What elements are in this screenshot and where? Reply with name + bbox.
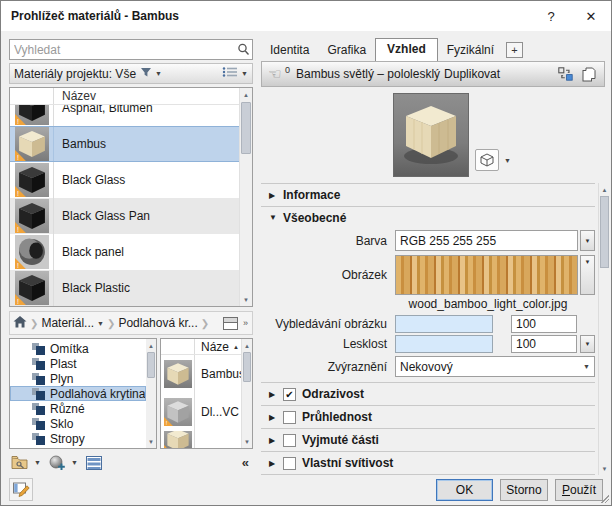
glossiness-slider[interactable]	[395, 335, 493, 353]
category-tree-item[interactable]: Různé	[10, 401, 146, 416]
cube-icon[interactable]	[475, 149, 499, 171]
toggle-section[interactable]: ▶ Vlastní svítivost	[261, 451, 595, 474]
scroll-up-icon[interactable]: ▲	[242, 339, 252, 352]
collapsed-arrow-icon[interactable]: ▶	[269, 413, 283, 422]
add-tab-button[interactable]: +	[506, 42, 523, 58]
panel-view-icon[interactable]	[223, 317, 238, 330]
collapsed-arrow-icon[interactable]: ▶	[269, 436, 283, 445]
material-list-scrollbar[interactable]: ▲ ▼	[239, 88, 252, 306]
help-button[interactable]: ?	[531, 2, 571, 31]
color-value-field[interactable]: RGB 255 255 255	[395, 230, 578, 251]
material-editor-toggle-button[interactable]	[9, 478, 33, 501]
apply-button[interactable]: Použít	[555, 479, 603, 501]
breadcrumb-overflow[interactable]: »	[243, 318, 247, 328]
tab-grafika[interactable]: Grafika	[318, 40, 375, 61]
filter-funnel-icon[interactable]	[140, 66, 152, 81]
cancel-button[interactable]: Storno	[500, 479, 548, 501]
highlights-select[interactable]: Nekovový ▼	[395, 356, 595, 377]
duplicate-asset-label[interactable]: Duplikovat	[444, 67, 500, 81]
home-icon[interactable]	[13, 316, 27, 331]
material-list-item[interactable]: ! Black Plastic	[10, 270, 239, 306]
section-checkbox[interactable]	[283, 457, 296, 470]
scroll-down-icon[interactable]: ▼	[599, 462, 610, 475]
scrollbar-thumb[interactable]	[600, 196, 609, 268]
library-menu-button[interactable]: ▼	[9, 454, 43, 471]
color-label: Barva	[261, 234, 395, 248]
search-input[interactable]	[10, 43, 234, 57]
filter-dropdown-icon[interactable]: ▼	[155, 70, 162, 77]
section-checkbox[interactable]	[283, 434, 296, 447]
tab-fyzikální[interactable]: Fyzikální	[438, 40, 503, 61]
wood-texture-swatch[interactable]	[395, 255, 578, 295]
category-tree-item[interactable]: Omítka	[10, 341, 146, 356]
scrollbar-thumb[interactable]	[241, 102, 251, 154]
replace-asset-icon[interactable]	[556, 66, 574, 82]
row-view-button[interactable]	[84, 455, 104, 471]
image-fade-value[interactable]: 100	[511, 315, 577, 333]
category-tree-item[interactable]: Plyn	[10, 371, 146, 386]
tree-scrollbar[interactable]: ▲ ▼	[146, 339, 156, 448]
scene-dropdown-icon[interactable]: ▼	[504, 157, 511, 164]
toggle-section[interactable]: ▶ ✔ Odrazivost	[261, 382, 595, 405]
preview-scene-button[interactable]: ▼	[475, 149, 511, 171]
scrollbar-thumb[interactable]	[243, 352, 251, 382]
ok-button[interactable]: OK	[436, 479, 493, 501]
library-list-item[interactable]: ! Dl...VC	[161, 393, 241, 431]
toggle-section[interactable]: ▶ Vyjmuté části	[261, 428, 595, 451]
breadcrumb-item-category[interactable]: Podlahová kr...	[118, 316, 197, 330]
name-column-header[interactable]: Název	[54, 89, 96, 103]
tab-identita[interactable]: Identita	[261, 40, 318, 61]
material-list-item[interactable]: ! Black Glass Pan	[10, 198, 239, 234]
properties-scrollbar[interactable]: ▲ ▼	[598, 183, 610, 475]
scroll-down-icon[interactable]: ▼	[242, 435, 252, 448]
image-fade-slider[interactable]	[395, 315, 493, 333]
dropdown-icon[interactable]: ▼	[34, 459, 41, 466]
material-list-item[interactable]: ! Asphalt, Bitumen	[10, 105, 239, 126]
material-list-item[interactable]: ! Bambus	[10, 126, 239, 162]
breadcrumb-item-library[interactable]: Materiál...	[41, 316, 94, 330]
crumb-dropdown-icon[interactable]: ▼	[97, 320, 104, 327]
tab-vzhled[interactable]: Vzhled	[375, 38, 438, 61]
duplicate-asset-icon[interactable]	[580, 66, 598, 82]
close-button[interactable]: ✕	[571, 2, 611, 31]
image-dropdown-button[interactable]: ▼	[580, 255, 595, 295]
scrollbar-thumb[interactable]	[147, 352, 155, 378]
scroll-up-icon[interactable]: ▲	[599, 183, 610, 196]
resize-grip[interactable]	[601, 495, 609, 503]
color-dropdown-button[interactable]: ▼	[580, 230, 595, 251]
name-column-header[interactable]: Náze	[195, 340, 233, 354]
scroll-down-icon[interactable]: ▼	[240, 293, 252, 306]
scroll-down-icon[interactable]: ▼	[146, 435, 156, 448]
section-checkbox[interactable]	[283, 411, 296, 424]
expanded-arrow-icon[interactable]: ▼	[269, 213, 283, 222]
view-dropdown-icon[interactable]: ▼	[241, 70, 248, 77]
dropdown-icon[interactable]: ▼	[71, 459, 78, 466]
material-list-item[interactable]: ! Black panel	[10, 234, 239, 270]
section-checkbox[interactable]: ✔	[283, 388, 296, 401]
collapsed-arrow-icon[interactable]: ▶	[269, 191, 283, 200]
scroll-up-icon[interactable]: ▲	[146, 339, 156, 352]
material-list-item[interactable]: ! Black Glass	[10, 162, 239, 198]
scroll-up-icon[interactable]: ▲	[240, 88, 252, 101]
library-list-item[interactable]: Bambus	[161, 355, 241, 393]
collapsed-arrow-icon[interactable]: ▶	[269, 459, 283, 468]
category-tree-item[interactable]: Plast	[10, 356, 146, 371]
material-list-header[interactable]: Název	[10, 88, 239, 105]
library-list-scrollbar[interactable]: ▲ ▼	[241, 339, 252, 448]
material-thumbnail-icon: !	[15, 235, 49, 269]
category-tree-item[interactable]: Sklo	[10, 416, 146, 431]
glossiness-value[interactable]: 100	[511, 335, 577, 353]
category-tree-item[interactable]: Stropy	[10, 431, 146, 446]
list-view-icon[interactable]	[222, 66, 238, 81]
library-list-header[interactable]: Náze ▲	[161, 339, 241, 355]
section-vseobecne[interactable]: ▼ Všeobecné	[261, 206, 595, 228]
library-list-item[interactable]: !	[161, 431, 241, 449]
new-material-button[interactable]: ▼	[47, 454, 80, 472]
collapsed-arrow-icon[interactable]: ▶	[269, 390, 283, 399]
sort-ascending-icon[interactable]: ▲	[233, 344, 241, 350]
category-tree-item[interactable]: Podlahová krytina	[10, 386, 146, 401]
glossiness-dropdown-button[interactable]: ▼	[580, 335, 595, 353]
collapse-library-button[interactable]: «	[242, 455, 253, 470]
section-informace[interactable]: ▶ Informace	[261, 184, 595, 206]
toggle-section[interactable]: ▶ Průhlednost	[261, 405, 595, 428]
